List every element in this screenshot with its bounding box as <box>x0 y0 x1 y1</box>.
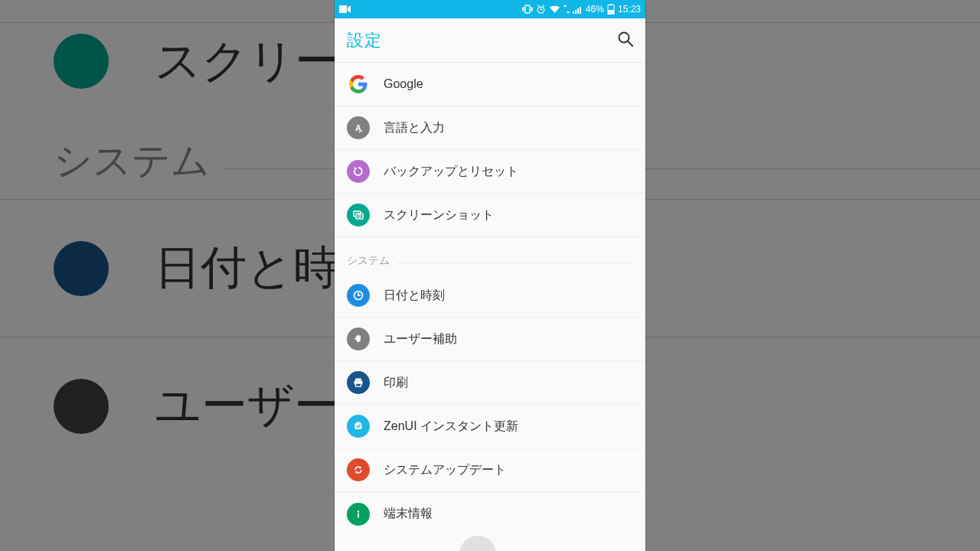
svg-rect-0 <box>339 5 347 13</box>
svg-point-34 <box>358 510 359 512</box>
settings-item-about[interactable]: 端末情報 <box>335 492 645 536</box>
hand-icon <box>54 379 109 434</box>
screenshot-icon <box>54 34 109 89</box>
settings-item-label: 日付と時刻 <box>384 288 445 304</box>
settings-item-datetime[interactable]: 日付と時刻 <box>335 274 645 318</box>
bg-section-system: システム <box>54 120 210 187</box>
settings-item-label: スクリーンショット <box>384 207 494 223</box>
svg-rect-1 <box>525 5 530 13</box>
svg-rect-24 <box>356 214 363 219</box>
search-button[interactable] <box>616 30 635 51</box>
settings-item-accessibility[interactable]: ユーザー補助 <box>335 318 645 361</box>
backup-icon <box>347 160 370 183</box>
settings-item-label: 印刷 <box>384 375 408 391</box>
svg-rect-14 <box>580 7 581 14</box>
svg-text:A: A <box>355 123 361 132</box>
hand-icon <box>347 328 370 350</box>
clock-icon <box>347 284 370 307</box>
svg-line-9 <box>537 5 539 6</box>
section-label: システム <box>347 254 390 268</box>
language-icon: A <box>347 116 370 139</box>
svg-rect-29 <box>355 379 361 381</box>
video-icon <box>339 5 351 14</box>
svg-rect-11 <box>573 11 574 14</box>
settings-item-language[interactable]: A 言語と入力 <box>335 106 645 150</box>
settings-item-label: 端末情報 <box>384 506 433 522</box>
data-arrows-icon <box>564 5 570 14</box>
google-icon <box>347 73 370 96</box>
page-title: 設定 <box>347 29 382 52</box>
clock-icon <box>54 241 109 296</box>
bg-datetime-label: 日付と時 <box>155 237 339 299</box>
settings-item-google[interactable]: Google <box>335 63 645 106</box>
bg-accessibility-label: ユーザー <box>155 375 340 437</box>
settings-list[interactable]: Google A 言語と入力 バックアップとリセット スクリーンショット システ… <box>335 63 645 551</box>
svg-rect-13 <box>577 8 579 14</box>
svg-rect-31 <box>356 383 361 386</box>
search-icon <box>616 30 635 48</box>
clock-time: 15:23 <box>618 4 641 15</box>
svg-point-21 <box>361 131 362 132</box>
svg-line-19 <box>628 41 632 46</box>
settings-item-label: Google <box>384 77 423 91</box>
info-icon <box>347 503 370 526</box>
battery-percent: 46% <box>586 4 604 15</box>
section-header-system: システム <box>335 237 645 274</box>
screenshot-icon <box>347 204 370 227</box>
app-header: 設定 <box>335 18 645 63</box>
update-icon <box>347 458 370 481</box>
settings-item-screenshot[interactable]: スクリーンショット <box>335 194 645 237</box>
alarm-icon <box>536 5 546 14</box>
svg-rect-17 <box>608 10 614 15</box>
svg-line-10 <box>543 5 544 6</box>
status-bar: 46% 15:23 <box>335 0 645 18</box>
settings-item-systemupdate[interactable]: システムアップデート <box>335 448 645 492</box>
vibrate-icon <box>522 5 533 14</box>
settings-item-zenui[interactable]: ZenUI インスタント更新 <box>335 405 645 448</box>
settings-item-label: ユーザー補助 <box>384 331 457 347</box>
settings-item-backup[interactable]: バックアップとリセット <box>335 150 645 194</box>
signal-icon <box>573 5 583 14</box>
phone-screen: 46% 15:23 設定 Google A 言語と入力 <box>335 0 645 551</box>
wifi-icon <box>549 5 560 14</box>
printer-icon <box>347 371 370 394</box>
settings-item-label: バックアップとリセット <box>384 164 518 180</box>
svg-rect-33 <box>356 422 361 424</box>
settings-item-label: システムアップデート <box>384 462 506 478</box>
touch-indicator <box>459 536 496 551</box>
svg-rect-12 <box>575 10 577 14</box>
zenui-icon <box>347 415 370 438</box>
battery-icon <box>607 4 615 15</box>
bg-screenshot-label: スクリー <box>155 31 341 93</box>
settings-item-label: ZenUI インスタント更新 <box>384 419 518 435</box>
settings-item-label: 言語と入力 <box>384 120 445 136</box>
svg-rect-35 <box>358 513 359 517</box>
svg-point-22 <box>359 131 361 132</box>
settings-item-printing[interactable]: 印刷 <box>335 361 645 405</box>
